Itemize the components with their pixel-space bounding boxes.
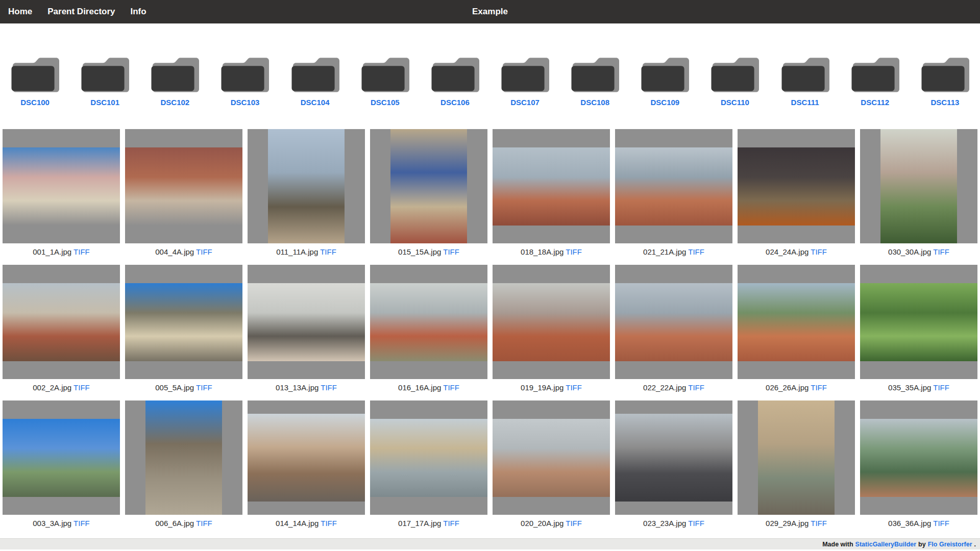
photo-mat[interactable] <box>125 400 242 515</box>
folder-link[interactable]: DSC103 <box>210 52 280 107</box>
tiff-link[interactable]: TIFF <box>811 519 827 528</box>
folder-label[interactable]: DSC102 <box>161 98 190 107</box>
tiff-link[interactable]: TIFF <box>74 247 90 256</box>
folder-link[interactable]: DSC101 <box>70 52 140 107</box>
folder-label[interactable]: DSC100 <box>20 98 50 107</box>
tiff-link[interactable]: TIFF <box>688 383 704 392</box>
photo-thumbnail[interactable] <box>758 400 835 515</box>
folder-link[interactable]: DSC105 <box>350 52 420 107</box>
photo-thumbnail[interactable] <box>615 414 732 502</box>
tiff-link[interactable]: TIFF <box>566 247 582 256</box>
photo-thumbnail[interactable] <box>390 129 467 243</box>
folder-link[interactable]: DSC100 <box>0 52 70 107</box>
tiff-link[interactable]: TIFF <box>933 383 949 392</box>
photo-mat[interactable] <box>370 400 487 515</box>
tiff-link[interactable]: TIFF <box>933 247 949 256</box>
photo-thumbnail[interactable] <box>493 419 610 497</box>
tiff-link[interactable]: TIFF <box>566 383 582 392</box>
photo-mat[interactable] <box>125 265 242 379</box>
tiff-link[interactable]: TIFF <box>320 247 336 256</box>
tiff-link[interactable]: TIFF <box>74 383 90 392</box>
photo-thumbnail[interactable] <box>125 283 242 361</box>
tiff-link[interactable]: TIFF <box>196 383 212 392</box>
photo-thumbnail[interactable] <box>248 283 365 361</box>
folder-label[interactable]: DSC104 <box>301 98 330 107</box>
tiff-link[interactable]: TIFF <box>321 519 337 528</box>
nav-link-home[interactable]: Home <box>8 7 32 17</box>
photo-mat[interactable] <box>248 129 365 243</box>
photo-mat[interactable] <box>493 400 610 515</box>
folder-label[interactable]: DSC109 <box>650 98 679 107</box>
tiff-link[interactable]: TIFF <box>443 519 459 528</box>
photo-mat[interactable] <box>3 129 120 243</box>
folder-link[interactable]: DSC104 <box>280 52 350 107</box>
photo-thumbnail[interactable] <box>145 400 222 515</box>
tiff-link[interactable]: TIFF <box>196 247 212 256</box>
folder-link[interactable]: DSC109 <box>630 52 700 107</box>
tiff-link[interactable]: TIFF <box>933 519 949 528</box>
tiff-link[interactable]: TIFF <box>321 383 337 392</box>
photo-thumbnail[interactable] <box>3 419 120 497</box>
photo-mat[interactable] <box>3 265 120 379</box>
folder-label[interactable]: DSC101 <box>90 98 119 107</box>
photo-mat[interactable] <box>615 129 732 243</box>
photo-thumbnail[interactable] <box>248 414 365 502</box>
photo-mat[interactable] <box>248 265 365 379</box>
folder-label[interactable]: DSC110 <box>721 98 749 107</box>
photo-thumbnail[interactable] <box>493 147 610 226</box>
photo-thumbnail[interactable] <box>880 129 957 243</box>
photo-thumbnail[interactable] <box>268 129 345 243</box>
nav-link-info[interactable]: Info <box>131 7 146 17</box>
photo-mat[interactable] <box>370 129 487 243</box>
folder-link[interactable]: DSC102 <box>140 52 210 107</box>
photo-thumbnail[interactable] <box>370 419 487 497</box>
folder-link[interactable]: DSC110 <box>700 52 770 107</box>
footer-builder-link[interactable]: StaticGalleryBuilder <box>855 541 917 548</box>
folder-label[interactable]: DSC103 <box>231 98 260 107</box>
photo-mat[interactable] <box>615 400 732 515</box>
photo-mat[interactable] <box>493 129 610 243</box>
tiff-link[interactable]: TIFF <box>196 519 212 528</box>
photo-mat[interactable] <box>738 265 855 379</box>
photo-thumbnail[interactable] <box>125 147 242 226</box>
tiff-link[interactable]: TIFF <box>688 247 704 256</box>
photo-mat[interactable] <box>738 400 855 515</box>
folder-label[interactable]: DSC107 <box>510 98 540 107</box>
tiff-link[interactable]: TIFF <box>566 519 582 528</box>
tiff-link[interactable]: TIFF <box>74 519 90 528</box>
photo-mat[interactable] <box>615 265 732 379</box>
photo-mat[interactable] <box>248 400 365 515</box>
photo-thumbnail[interactable] <box>3 283 120 361</box>
folder-label[interactable]: DSC108 <box>580 98 609 107</box>
folder-link[interactable]: DSC108 <box>560 52 630 107</box>
photo-thumbnail[interactable] <box>615 147 732 226</box>
photo-mat[interactable] <box>860 265 977 379</box>
folder-label[interactable]: DSC106 <box>440 98 470 107</box>
photo-thumbnail[interactable] <box>493 283 610 361</box>
footer-author-link[interactable]: Flo Greistorfer <box>928 541 972 548</box>
folder-label[interactable]: DSC113 <box>930 98 959 107</box>
photo-mat[interactable] <box>125 129 242 243</box>
photo-thumbnail[interactable] <box>3 147 120 226</box>
tiff-link[interactable]: TIFF <box>811 247 827 256</box>
photo-mat[interactable] <box>860 129 977 243</box>
photo-thumbnail[interactable] <box>615 283 732 361</box>
tiff-link[interactable]: TIFF <box>443 247 459 256</box>
folder-link[interactable]: DSC107 <box>490 52 560 107</box>
photo-thumbnail[interactable] <box>738 283 855 361</box>
folder-label[interactable]: DSC105 <box>371 98 400 107</box>
folder-label[interactable]: DSC112 <box>861 98 889 107</box>
folder-link[interactable]: DSC111 <box>770 52 840 107</box>
tiff-link[interactable]: TIFF <box>443 383 459 392</box>
photo-thumbnail[interactable] <box>860 283 977 361</box>
photo-mat[interactable] <box>3 400 120 515</box>
tiff-link[interactable]: TIFF <box>811 383 827 392</box>
photo-thumbnail[interactable] <box>370 283 487 361</box>
folder-link[interactable]: DSC106 <box>420 52 490 107</box>
tiff-link[interactable]: TIFF <box>688 519 704 528</box>
photo-mat[interactable] <box>370 265 487 379</box>
photo-mat[interactable] <box>860 400 977 515</box>
folder-label[interactable]: DSC111 <box>791 98 819 107</box>
photo-mat[interactable] <box>738 129 855 243</box>
nav-link-parent-directory[interactable]: Parent Directory <box>47 7 115 17</box>
